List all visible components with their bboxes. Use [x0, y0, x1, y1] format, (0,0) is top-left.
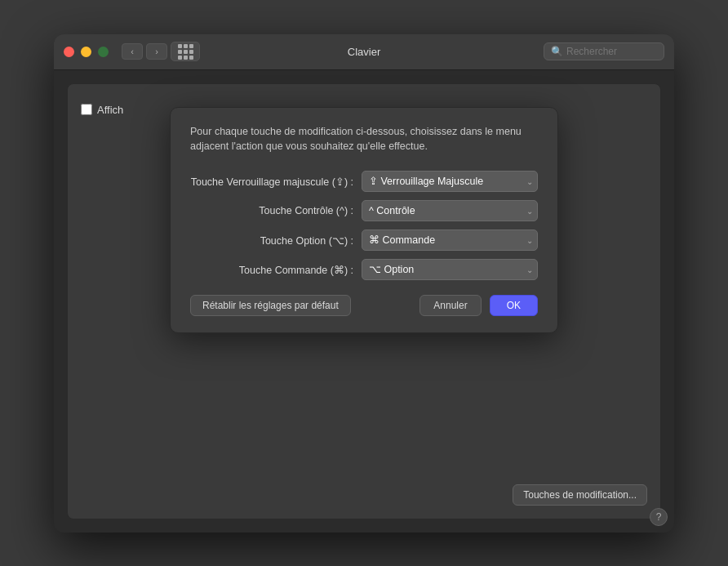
option-label: Touche Option (⌥) :: [190, 234, 362, 247]
ok-button[interactable]: OK: [490, 295, 538, 316]
modal-dialog: Pour chaque touche de modification ci-de…: [170, 107, 558, 334]
maximize-button[interactable]: [98, 47, 109, 57]
close-button[interactable]: [64, 47, 74, 57]
caps-lock-select[interactable]: ⇪ Verrouillage Majuscule ^ Contrôle ⌘ Co…: [362, 171, 538, 192]
caps-lock-row: Touche Verrouillage majuscule (⇪) : ⇪ Ve…: [190, 171, 538, 192]
command-select-wrapper: ⇪ Verrouillage Majuscule ^ Contrôle ⌘ Co…: [362, 259, 538, 280]
option-select-wrapper: ⇪ Verrouillage Majuscule ^ Contrôle ⌘ Co…: [362, 230, 538, 251]
reset-defaults-button[interactable]: Rétablir les réglages par défaut: [190, 295, 351, 316]
nav-buttons: ‹ ›: [122, 43, 167, 60]
cancel-button[interactable]: Annuler: [419, 295, 481, 316]
bg-panel: Affich Touches de modification... Pour c…: [67, 83, 661, 519]
command-label: Touche Commande (⌘) :: [190, 264, 362, 276]
option-select[interactable]: ⇪ Verrouillage Majuscule ^ Contrôle ⌘ Co…: [362, 230, 538, 251]
control-row: Touche Contrôle (^) : ⇪ Verrouillage Maj…: [190, 200, 538, 221]
control-label: Touche Contrôle (^) :: [190, 205, 362, 216]
modal-buttons: Rétablir les réglages par défaut Annuler…: [190, 295, 538, 316]
search-input[interactable]: [566, 46, 657, 57]
command-select[interactable]: ⇪ Verrouillage Majuscule ^ Contrôle ⌘ Co…: [362, 259, 538, 280]
grid-icon: [178, 44, 193, 60]
help-button[interactable]: ?: [650, 508, 668, 526]
minimize-button[interactable]: [81, 47, 91, 57]
btn-right-group: Annuler OK: [419, 295, 538, 316]
window-controls: [64, 47, 109, 57]
control-select-wrapper: ⇪ Verrouillage Majuscule ^ Contrôle ⌘ Co…: [362, 200, 538, 221]
search-box[interactable]: 🔍: [544, 42, 664, 60]
modal-description: Pour chaque touche de modification ci-de…: [190, 124, 538, 155]
control-select[interactable]: ⇪ Verrouillage Majuscule ^ Contrôle ⌘ Co…: [362, 200, 538, 221]
window-body: Affich Touches de modification... Pour c…: [54, 70, 674, 533]
search-icon: 🔍: [551, 46, 563, 57]
window-title: Clavier: [348, 46, 380, 58]
grid-view-button[interactable]: [171, 42, 200, 61]
option-row: Touche Option (⌥) : ⇪ Verrouillage Majus…: [190, 230, 538, 251]
command-row: Touche Commande (⌘) : ⇪ Verrouillage Maj…: [190, 259, 538, 280]
caps-lock-select-wrapper: ⇪ Verrouillage Majuscule ^ Contrôle ⌘ Co…: [362, 171, 538, 192]
nav-back-button[interactable]: ‹: [122, 43, 143, 60]
nav-forward-button[interactable]: ›: [146, 43, 167, 60]
titlebar: ‹ › Clavier 🔍: [54, 34, 674, 70]
modal-overlay: Pour chaque touche de modification ci-de…: [68, 84, 660, 519]
main-window: ‹ › Clavier 🔍 Affich Touches de modifica…: [54, 34, 674, 533]
caps-lock-label: Touche Verrouillage majuscule (⇪) :: [190, 176, 362, 188]
